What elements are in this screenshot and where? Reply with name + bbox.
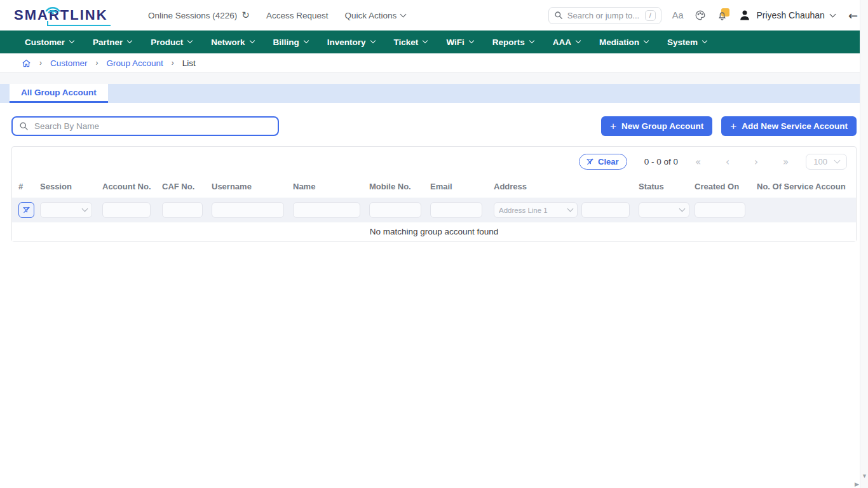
- main-navbar: Customer Partner Product Network Billing…: [0, 30, 868, 53]
- col-account-no: Account No.: [102, 182, 162, 191]
- quick-actions-label: Quick Actions: [344, 11, 397, 20]
- quick-actions-menu[interactable]: Quick Actions: [344, 11, 405, 20]
- prev-page-button[interactable]: ‹: [726, 156, 729, 168]
- account-no-filter-input[interactable]: [102, 202, 151, 218]
- nav-item-mediation[interactable]: Mediation: [590, 30, 658, 53]
- name-filter-input[interactable]: [293, 202, 360, 218]
- nav-item-reports[interactable]: Reports: [483, 30, 543, 53]
- username-filter-input[interactable]: [212, 202, 284, 218]
- global-search-input[interactable]: [567, 11, 641, 20]
- vertical-scrollbar[interactable]: ▼: [860, 0, 868, 488]
- nav-item-network[interactable]: Network: [201, 30, 263, 53]
- nav-item-wifi[interactable]: WiFi: [437, 30, 482, 53]
- col-name: Name: [293, 182, 369, 191]
- online-sessions[interactable]: Online Sessions (4226) ↻: [148, 10, 250, 21]
- smartlink-logo[interactable]: SMARTLINK: [10, 3, 115, 28]
- address-line-filter-select[interactable]: Address Line 1: [494, 202, 578, 218]
- chevron-down-icon: [576, 38, 581, 43]
- status-filter-select[interactable]: [639, 202, 689, 218]
- nav-item-partner[interactable]: Partner: [83, 30, 141, 53]
- search-by-name-input[interactable]: [34, 121, 271, 131]
- caf-no-filter-input[interactable]: [162, 202, 203, 218]
- plus-icon: +: [730, 121, 736, 132]
- theme-palette-icon[interactable]: [695, 10, 706, 21]
- nav-item-billing[interactable]: Billing: [264, 30, 318, 53]
- tab-all-group-account[interactable]: All Group Account: [10, 84, 108, 103]
- nav-label: Product: [151, 37, 183, 47]
- next-page-button[interactable]: ›: [754, 156, 758, 168]
- chevron-down-icon: [469, 38, 474, 43]
- chevron-down-icon: [529, 38, 534, 43]
- table-filter-row: Address Line 1: [12, 198, 856, 222]
- nav-label: WiFi: [446, 37, 464, 47]
- filter-toggle-button[interactable]: [18, 202, 34, 218]
- address-filter-input[interactable]: [581, 202, 630, 218]
- group-account-table-card: Clear 0 - 0 of 0 « ‹ › » 100 # Session A…: [11, 146, 857, 242]
- page-size-select[interactable]: 100: [806, 154, 847, 170]
- wifi-icon: [43, 3, 62, 14]
- online-sessions-label: Online Sessions (4226): [148, 11, 237, 20]
- scroll-right-arrow[interactable]: ▶: [855, 481, 859, 487]
- session-filter-select[interactable]: [40, 202, 92, 218]
- last-page-button[interactable]: »: [783, 156, 789, 168]
- nav-item-customer[interactable]: Customer: [15, 30, 83, 53]
- nav-label: Inventory: [327, 37, 366, 47]
- breadcrumb-customer[interactable]: Customer: [50, 58, 88, 68]
- nav-item-inventory[interactable]: Inventory: [318, 30, 384, 53]
- nav-label: Customer: [25, 37, 65, 47]
- back-arrow-icon[interactable]: ←: [848, 9, 858, 22]
- search-by-name-box[interactable]: [11, 116, 279, 136]
- chevron-down-icon: [127, 38, 132, 43]
- nav-item-system[interactable]: System: [658, 30, 716, 53]
- tab-strip: All Group Account: [0, 84, 868, 103]
- user-name: Priyesh Chauhan: [757, 10, 825, 20]
- mobile-no-filter-input[interactable]: [369, 202, 421, 218]
- chevron-down-icon: [644, 38, 649, 43]
- chevron-down-icon: [567, 206, 574, 212]
- nav-item-product[interactable]: Product: [141, 30, 201, 53]
- nav-item-aaa[interactable]: AAA: [543, 30, 590, 53]
- global-search[interactable]: /: [548, 7, 661, 24]
- clear-filters-button[interactable]: Clear: [579, 154, 627, 170]
- col-session: Session: [40, 182, 102, 191]
- scroll-down-arrow[interactable]: ▼: [862, 473, 867, 479]
- actions-row: + New Group Account + Add New Service Ac…: [11, 103, 857, 136]
- nav-item-ticket[interactable]: Ticket: [384, 30, 437, 53]
- breadcrumb: › Customer › Group Account › List: [0, 53, 868, 73]
- col-email: Email: [430, 182, 494, 191]
- font-size-toggle[interactable]: Aa: [672, 10, 684, 20]
- breadcrumb-separator: ›: [39, 58, 42, 67]
- chevron-down-icon: [249, 38, 254, 43]
- nav-label: Partner: [93, 37, 123, 47]
- table-header-row: # Session Account No. CAF No. Username N…: [12, 176, 856, 198]
- nav-label: Billing: [273, 37, 299, 47]
- breadcrumb-list: List: [182, 58, 196, 68]
- chevron-down-icon: [423, 38, 428, 43]
- email-filter-input[interactable]: [430, 202, 482, 218]
- notifications-bell-icon[interactable]: [717, 10, 728, 21]
- new-group-account-label: New Group Account: [621, 121, 703, 131]
- nav-label: Mediation: [599, 37, 639, 47]
- first-page-button[interactable]: «: [695, 156, 701, 168]
- main-content: + New Group Account + Add New Service Ac…: [0, 103, 868, 242]
- refresh-icon[interactable]: ↻: [241, 10, 250, 21]
- spacer-band: [0, 73, 868, 84]
- address-line-placeholder: Address Line 1: [499, 207, 548, 214]
- col-caf-no: CAF No.: [162, 182, 212, 191]
- add-new-service-account-button[interactable]: + Add New Service Account: [721, 116, 857, 136]
- created-on-filter-input[interactable]: [695, 202, 745, 218]
- user-menu[interactable]: Priyesh Chauhan: [738, 9, 835, 22]
- breadcrumb-group-account[interactable]: Group Account: [107, 58, 163, 68]
- top-header: SMARTLINK Online Sessions (4226) ↻ Acces…: [0, 0, 868, 30]
- search-shortcut-badge: /: [645, 10, 656, 21]
- col-mobile-no: Mobile No.: [369, 182, 430, 191]
- col-created-on: Created On: [695, 182, 757, 191]
- chevron-down-icon: [702, 38, 707, 43]
- chevron-down-icon: [370, 38, 375, 43]
- chevron-down-icon: [69, 38, 74, 43]
- new-group-account-button[interactable]: + New Group Account: [601, 116, 712, 136]
- home-icon[interactable]: [22, 58, 31, 68]
- table-toolbar: Clear 0 - 0 of 0 « ‹ › » 100: [12, 147, 856, 176]
- access-request-link[interactable]: Access Request: [266, 11, 329, 20]
- access-request-label: Access Request: [266, 11, 329, 20]
